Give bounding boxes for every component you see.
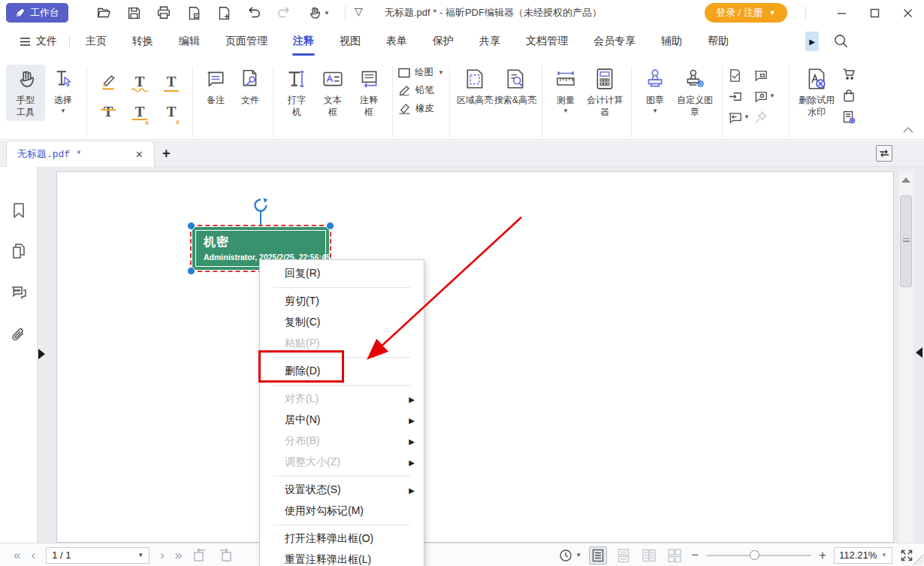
minimize-button[interactable] (825, 0, 858, 26)
tab-share[interactable]: 共享 (467, 27, 513, 56)
last-page-icon[interactable]: » (175, 549, 182, 561)
tab-form[interactable]: 表单 (373, 27, 420, 56)
import-comments-icon[interactable] (728, 89, 753, 104)
expand-right-panel-icon[interactable] (916, 347, 922, 358)
scroll-up-icon[interactable] (901, 177, 910, 183)
tab-help[interactable]: 帮助 (695, 27, 741, 56)
tab-close-icon[interactable]: ✕ (132, 147, 146, 162)
remove-trial-watermark-button[interactable]: 删除试用水印 (795, 65, 838, 121)
tab-home[interactable]: 主页 (73, 27, 119, 56)
new-tab-icon[interactable]: + (162, 146, 171, 162)
resize-handle-nw[interactable] (187, 222, 195, 230)
context-menu-item-set-status[interactable]: 设置状态(S)▶ (260, 480, 424, 501)
search-icon[interactable] (833, 33, 849, 49)
context-menu-item-paste[interactable]: 粘贴(P) (260, 333, 424, 354)
replace-text-icon[interactable]: Tʌ (128, 100, 152, 123)
bookmarks-panel-icon[interactable] (10, 201, 28, 219)
page-organize-icon[interactable] (186, 5, 201, 20)
callout-button[interactable]: 注释框 (351, 65, 387, 121)
resize-handle-ne[interactable] (326, 222, 334, 230)
underline-text-icon[interactable]: T (159, 70, 183, 92)
undo-icon[interactable] (246, 5, 261, 20)
comments-panel-icon[interactable] (10, 283, 28, 301)
open-file-icon[interactable] (96, 5, 111, 20)
accounting-calculator-button[interactable]: 会计计算器 (584, 65, 626, 121)
stamp-button[interactable]: 图章 ▼ (637, 65, 673, 117)
area-highlight-button[interactable]: 区域高亮 (455, 65, 494, 110)
tab-member-exclusive[interactable]: 会员专享 (581, 27, 648, 56)
measure-button[interactable]: 测量 ▼ (548, 65, 584, 117)
attachments-panel-icon[interactable] (10, 326, 28, 344)
note-button[interactable]: 备注 (198, 65, 233, 110)
insert-text-icon[interactable]: Tʌ (159, 100, 183, 123)
redo-icon[interactable] (276, 5, 291, 20)
context-menu-item-reset-popup[interactable]: 重置注释弹出框(L) (260, 549, 424, 566)
single-page-view-icon[interactable] (589, 546, 607, 564)
rotation-handle-icon[interactable] (253, 198, 268, 213)
collapse-toolbar-icon[interactable]: ▽ (355, 5, 363, 17)
facing-continuous-view-icon[interactable] (666, 546, 684, 564)
pages-panel-icon[interactable] (10, 242, 28, 260)
drawing-button[interactable]: 绘图 ▼ (398, 66, 444, 79)
previous-page-icon[interactable]: ‹ (31, 549, 35, 561)
hand-tool-button[interactable]: 手型工具 (6, 65, 45, 121)
close-button[interactable] (891, 0, 924, 26)
squiggly-underline-icon[interactable]: T (128, 70, 152, 92)
switch-tabs-icon[interactable] (876, 145, 892, 162)
context-menu-item-reply[interactable]: 回复(R) (260, 263, 424, 284)
next-page-icon[interactable]: › (160, 549, 165, 561)
document-tab[interactable]: 无标题.pdf * ✕ (6, 141, 155, 167)
tab-view[interactable]: 视图 (327, 27, 373, 56)
comment-settings-icon[interactable]: ▼ (753, 89, 784, 104)
context-menu-item-delete[interactable]: 删除(D) (260, 361, 424, 382)
tab-accessibility[interactable]: 辅助 (648, 27, 695, 56)
textbox-button[interactable]: 文本框 (315, 65, 351, 121)
search-highlight-button[interactable]: 搜索&高亮 (494, 65, 536, 110)
workspace-button[interactable]: 工作台 (6, 3, 68, 23)
expand-left-panel-icon[interactable] (38, 349, 45, 359)
strikethrough-text-icon[interactable]: T (96, 100, 120, 123)
custom-stamp-button[interactable]: 自定义图章 (673, 65, 717, 121)
hand-tool-dropdown[interactable]: ▼ (306, 5, 330, 20)
tab-page-management[interactable]: 页面管理 (213, 27, 280, 56)
next-view-icon[interactable] (218, 548, 233, 563)
resize-grip-icon[interactable] (913, 555, 923, 565)
tab-edit[interactable]: 编辑 (166, 27, 213, 56)
facing-view-icon[interactable] (640, 546, 658, 564)
context-menu-item-resize[interactable]: 调整大小(Z)▶ (260, 452, 424, 473)
pdf-page[interactable] (56, 171, 894, 543)
annotation-summary-icon[interactable] (728, 68, 753, 83)
context-menu-item-center[interactable]: 居中(N)▶ (260, 410, 424, 431)
continuous-view-icon[interactable] (614, 546, 633, 564)
auto-scroll-dropdown[interactable]: ▼ (559, 549, 581, 562)
zoom-slider-handle[interactable] (750, 550, 759, 560)
zoom-slider[interactable] (706, 555, 811, 556)
collapse-ribbon-icon[interactable] (903, 126, 913, 133)
zoom-in-icon[interactable]: + (819, 549, 826, 561)
tab-comment[interactable]: 注释 (280, 27, 327, 56)
tab-convert[interactable]: 转换 (119, 27, 166, 56)
file-menu[interactable]: 文件 (20, 35, 69, 48)
context-menu-item-cut[interactable]: 剪切(T) (260, 291, 424, 312)
comment-reply-icon[interactable]: ▼ (728, 110, 753, 125)
print-icon[interactable] (156, 5, 171, 20)
context-menu-item-align[interactable]: 对齐(L)▶ (260, 389, 424, 410)
tab-protect[interactable]: 保护 (420, 27, 467, 56)
maximize-button[interactable] (858, 0, 891, 26)
tab-document-management[interactable]: 文档管理 (513, 27, 581, 56)
context-menu-item-copy[interactable]: 复制(C) (260, 312, 424, 333)
pin-comment-icon[interactable] (753, 110, 784, 125)
license-doc-icon[interactable] (841, 110, 856, 125)
shopping-bag-icon[interactable] (841, 88, 856, 103)
add-page-icon[interactable] (216, 5, 231, 20)
context-menu-item-checkmark[interactable]: 使用对勾标记(M) (260, 501, 424, 522)
comment-note-icon[interactable] (753, 68, 784, 83)
scrollbar-thumb[interactable] (900, 195, 912, 287)
eraser-button[interactable]: 橡皮 (398, 102, 444, 115)
select-tool-button[interactable]: 选择 ▼ (45, 65, 81, 117)
context-menu-item-distribute[interactable]: 分布(B)▶ (260, 431, 424, 452)
file-attachment-button[interactable]: 文件 (233, 65, 267, 110)
zoom-level-dropdown[interactable]: 112.21% ▼ (834, 547, 892, 564)
typewriter-button[interactable]: 打字机 (279, 65, 315, 121)
ribbon-expand-arrow[interactable]: ▶ (805, 32, 819, 51)
